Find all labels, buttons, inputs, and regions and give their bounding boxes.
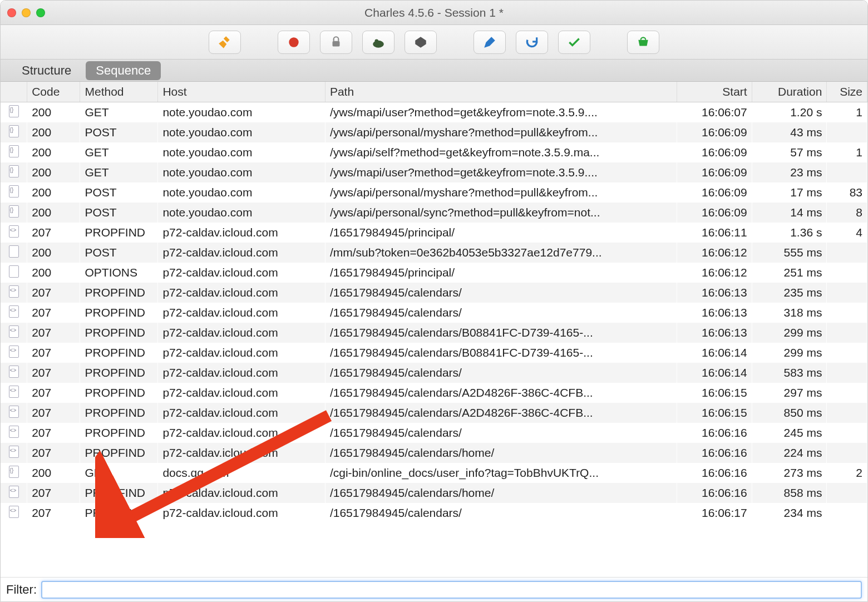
table-row[interactable]: 200POSTp72-caldav.icloud.com/mm/sub?toke… [1, 243, 867, 263]
col-path[interactable]: Path [325, 82, 677, 102]
cell-host: p72-caldav.icloud.com [158, 323, 326, 343]
cell-path: /16517984945/calendars/ [325, 503, 677, 523]
zoom-window-button[interactable] [36, 8, 45, 17]
table-row[interactable]: 200GETdocs.qq.com/cgi-bin/online_docs/us… [1, 463, 867, 483]
table-row[interactable]: 200POSTnote.youdao.com/yws/api/personal/… [1, 122, 867, 142]
cell-method: POST [80, 203, 158, 223]
cell-start: 16:06:16 [677, 423, 752, 443]
table-row[interactable]: 200GETnote.youdao.com/yws/mapi/user?meth… [1, 162, 867, 182]
cell-duration: 23 ms [752, 162, 827, 182]
table-row[interactable]: 207PROPFINDp72-caldav.icloud.com/1651798… [1, 423, 867, 443]
cell-path: /yws/api/personal/sync?method=pull&keyfr… [325, 203, 677, 223]
cell-method: PROPFIND [80, 383, 158, 403]
table-row[interactable]: 207PROPFINDp72-caldav.icloud.com/1651798… [1, 283, 867, 303]
request-table[interactable]: Code Method Host Path Start Duration Siz… [1, 82, 867, 523]
col-size[interactable]: Size [827, 82, 867, 102]
col-method[interactable]: Method [80, 82, 158, 102]
breakpoint-button[interactable] [405, 31, 437, 54]
col-start[interactable]: Start [677, 82, 752, 102]
record-button[interactable] [278, 31, 310, 54]
table-header-row[interactable]: Code Method Host Path Start Duration Siz… [1, 82, 867, 102]
cell-size [827, 403, 867, 423]
table-row[interactable]: 207PROPFINDp72-caldav.icloud.com/1651798… [1, 403, 867, 423]
cell-code: 207 [27, 403, 80, 423]
cell-size [827, 503, 867, 523]
cell-host: p72-caldav.icloud.com [158, 343, 326, 363]
col-code[interactable]: Code [27, 82, 80, 102]
table-row[interactable]: 200OPTIONSp72-caldav.icloud.com/16517984… [1, 263, 867, 283]
cell-size [827, 323, 867, 343]
cell-duration: 555 ms [752, 243, 827, 263]
table-row[interactable]: 200GETnote.youdao.com/yws/mapi/user?meth… [1, 102, 867, 123]
cell-start: 16:06:16 [677, 443, 752, 463]
cell-host: p72-caldav.icloud.com [158, 223, 326, 243]
row-type-icon [1, 182, 27, 203]
throttle-button[interactable] [362, 31, 394, 54]
cell-path: /16517984945/calendars/B08841FC-D739-416… [325, 343, 677, 363]
cell-duration: 43 ms [752, 122, 827, 142]
broom-button[interactable] [209, 31, 241, 54]
window-title: Charles 4.5.6 - Session 1 * [364, 6, 504, 19]
cell-code: 207 [27, 303, 80, 323]
table-row[interactable]: 207PROPFINDp72-caldav.icloud.com/1651798… [1, 363, 867, 383]
cell-method: GET [80, 142, 158, 162]
table-row[interactable]: 200POSTnote.youdao.com/yws/api/personal/… [1, 182, 867, 203]
cell-code: 207 [27, 223, 80, 243]
cell-code: 200 [27, 463, 80, 483]
cell-code: 207 [27, 483, 80, 503]
close-window-button[interactable] [7, 8, 16, 17]
table-row[interactable]: 207PROPFINDp72-caldav.icloud.com/1651798… [1, 303, 867, 323]
row-type-icon [1, 283, 27, 303]
cell-path: /cgi-bin/online_docs/user_info?tag=TobBh… [325, 463, 677, 483]
cell-path: /16517984945/calendars/ [325, 363, 677, 383]
table-row[interactable]: 200POSTnote.youdao.com/yws/api/personal/… [1, 203, 867, 223]
ssl-button[interactable] [320, 31, 352, 54]
cell-path: /yws/mapi/user?method=get&keyfrom=note.3… [325, 102, 677, 123]
table-row[interactable]: 207PROPFINDp72-caldav.icloud.com/1651798… [1, 343, 867, 363]
cell-method: OPTIONS [80, 263, 158, 283]
cell-code: 207 [27, 323, 80, 343]
compose-button[interactable] [474, 31, 506, 54]
tab-structure[interactable]: Structure [12, 61, 81, 80]
cell-duration: 318 ms [752, 303, 827, 323]
repeat-button[interactable] [516, 31, 548, 54]
minimize-window-button[interactable] [22, 8, 31, 17]
cell-method: PROPFIND [80, 443, 158, 463]
table-row[interactable]: 207PROPFINDp72-caldav.icloud.com/1651798… [1, 483, 867, 503]
col-host[interactable]: Host [158, 82, 326, 102]
filter-bar: Filter: [1, 577, 867, 601]
row-type-icon [1, 203, 27, 223]
cell-size: 4 [827, 223, 867, 243]
table-row[interactable]: 207PROPFINDp72-caldav.icloud.com/1651798… [1, 383, 867, 403]
cell-host: note.youdao.com [158, 142, 326, 162]
cell-size [827, 343, 867, 363]
cell-host: p72-caldav.icloud.com [158, 443, 326, 463]
table-row[interactable]: 207PROPFINDp72-caldav.icloud.com/1651798… [1, 223, 867, 243]
table-row[interactable]: 207PROPFINDp72-caldav.icloud.com/1651798… [1, 323, 867, 343]
cell-duration: 224 ms [752, 443, 827, 463]
row-type-icon [1, 303, 27, 323]
cell-size [827, 162, 867, 182]
table-row[interactable]: 207PROPFINDp72-caldav.icloud.com/1651798… [1, 503, 867, 523]
cell-size [827, 363, 867, 383]
cell-host: p72-caldav.icloud.com [158, 303, 326, 323]
cell-code: 200 [27, 122, 80, 142]
table-row[interactable]: 207PROPFINDp72-caldav.icloud.com/1651798… [1, 443, 867, 463]
cell-code: 200 [27, 102, 80, 123]
cell-start: 16:06:13 [677, 323, 752, 343]
cell-code: 200 [27, 203, 80, 223]
request-table-wrap: Code Method Host Path Start Duration Siz… [1, 82, 867, 577]
validate-button[interactable] [558, 31, 590, 54]
cell-method: PROPFIND [80, 303, 158, 323]
col-icon[interactable] [1, 82, 27, 102]
cell-path: /16517984945/calendars/ [325, 283, 677, 303]
filter-input[interactable] [41, 581, 862, 599]
col-duration[interactable]: Duration [752, 82, 827, 102]
table-row[interactable]: 200GETnote.youdao.com/yws/api/self?metho… [1, 142, 867, 162]
tab-sequence[interactable]: Sequence [86, 61, 161, 80]
cell-host: p72-caldav.icloud.com [158, 363, 326, 383]
cell-code: 207 [27, 363, 80, 383]
cell-duration: 234 ms [752, 503, 827, 523]
tools-button[interactable] [627, 31, 659, 54]
cell-start: 16:06:07 [677, 102, 752, 123]
